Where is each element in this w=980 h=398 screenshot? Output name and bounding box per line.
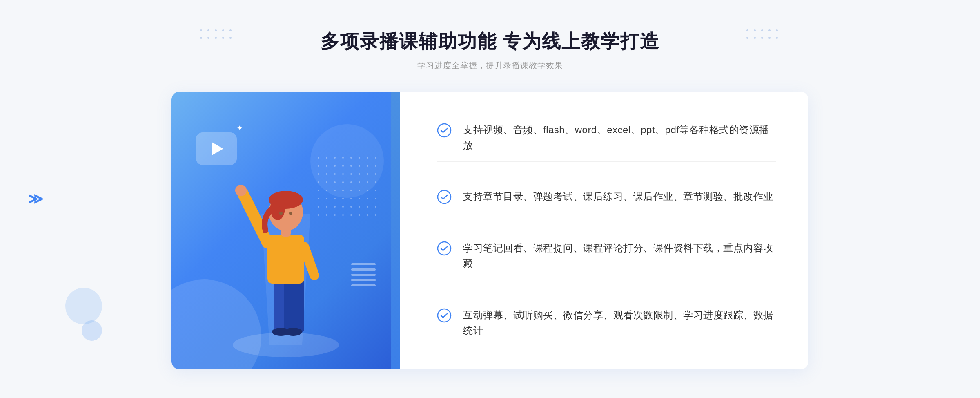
svg-point-19 bbox=[438, 309, 451, 322]
svg-point-18 bbox=[438, 242, 451, 255]
page-subtitle: 学习进度全掌握，提升录播课教学效果 bbox=[321, 60, 660, 71]
feature-text-4: 互动弹幕、试听购买、微信分享、观看次数限制、学习进度跟踪、数据统计 bbox=[463, 307, 776, 339]
main-card: ✦ bbox=[172, 92, 808, 369]
feature-text-2: 支持章节目录、弹题考试、课后练习、课后作业、章节测验、批改作业 bbox=[463, 189, 773, 204]
feature-item-1: 支持视频、音频、flash、word、excel、ppt、pdf等各种格式的资源… bbox=[437, 114, 776, 162]
feature-text-3: 学习笔记回看、课程提问、课程评论打分、课件资料下载，重点内容收藏 bbox=[463, 240, 776, 272]
figure-illustration bbox=[220, 132, 351, 369]
feature-item-2: 支持章节目录、弹题考试、课后练习、课后作业、章节测验、批改作业 bbox=[437, 181, 776, 213]
left-chevron-icon: ≫ bbox=[28, 190, 40, 208]
top-dots-right bbox=[746, 29, 780, 41]
sparkle-icon: ✦ bbox=[237, 124, 243, 131]
svg-point-5 bbox=[284, 328, 302, 336]
svg-point-13 bbox=[279, 212, 283, 215]
check-icon-3 bbox=[437, 241, 452, 256]
check-icon-4 bbox=[437, 308, 452, 323]
left-circle-decoration bbox=[65, 288, 102, 324]
svg-point-15 bbox=[235, 185, 247, 196]
illustration-area: ✦ bbox=[172, 92, 400, 369]
check-icon-1 bbox=[437, 123, 452, 138]
left-circle-decoration-2 bbox=[82, 320, 102, 341]
header-section: 多项录播课辅助功能 专为线上教学打造 学习进度全掌握，提升录播课教学效果 bbox=[321, 29, 660, 71]
svg-point-17 bbox=[438, 190, 451, 203]
feature-text-1: 支持视频、音频、flash、word、excel、ppt、pdf等各种格式的资源… bbox=[463, 122, 776, 154]
blue-accent-bar bbox=[391, 92, 400, 369]
svg-rect-3 bbox=[284, 279, 304, 333]
page-title: 多项录播课辅助功能 专为线上教学打造 bbox=[321, 29, 660, 54]
check-icon-2 bbox=[437, 190, 452, 204]
page-wrapper: ≫ 多项录播课辅助功能 专为线上教学打造 学习进度全掌握，提升录播课教学效果 bbox=[0, 0, 980, 398]
stripes-decoration bbox=[351, 263, 376, 296]
feature-item-4: 互动弹幕、试听购买、微信分享、观看次数限制、学习进度跟踪、数据统计 bbox=[437, 299, 776, 347]
svg-point-16 bbox=[438, 124, 451, 137]
features-area: 支持视频、音频、flash、word、excel、ppt、pdf等各种格式的资源… bbox=[400, 92, 808, 369]
svg-point-14 bbox=[289, 212, 292, 215]
top-dots-left bbox=[200, 29, 234, 41]
feature-item-3: 学习笔记回看、课程提问、课程评论打分、课件资料下载，重点内容收藏 bbox=[437, 232, 776, 280]
